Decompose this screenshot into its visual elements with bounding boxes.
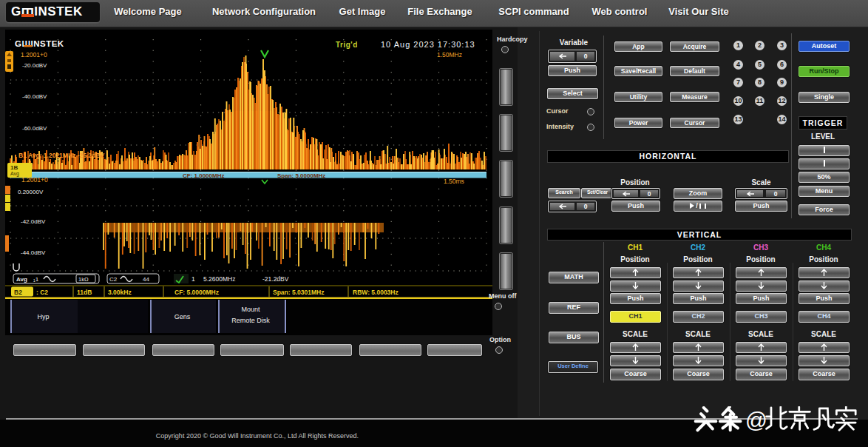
svg-text:11dB: 11dB (77, 289, 92, 296)
svg-text:Trig'd: Trig'd (336, 41, 358, 49)
svg-text:B1 Avg: 1.2021MHz -25.2dBV: B1 Avg: 1.2021MHz -25.2dBV (18, 152, 104, 159)
svg-text:Avg: Avg (10, 171, 19, 177)
svg-text:-40.0dBV: -40.0dBV (22, 93, 47, 100)
svg-text:CF: 1.0000MHz: CF: 1.0000MHz (183, 172, 224, 179)
svg-text:Avg: Avg (16, 276, 27, 283)
svg-text:C2: C2 (109, 276, 118, 283)
svg-text:-44.0dBV: -44.0dBV (21, 249, 46, 256)
svg-text:₁1: ₁1 (33, 276, 39, 283)
svg-text:1: 1 (191, 275, 195, 283)
svg-text:@: @ (745, 408, 767, 432)
svg-text:1.50ms: 1.50ms (444, 178, 464, 185)
svg-text:: C2: : C2 (36, 289, 48, 296)
svg-text:0.20000V: 0.20000V (18, 189, 44, 195)
svg-text:3.00kHz: 3.00kHz (108, 289, 132, 296)
svg-text:1kΩ: 1kΩ (78, 276, 89, 283)
svg-text:44: 44 (143, 276, 149, 283)
svg-text:1.2001+0: 1.2001+0 (21, 51, 47, 58)
svg-text:CF: 5.0000MHz: CF: 5.0000MHz (174, 289, 219, 296)
svg-text:-20.0dBV: -20.0dBV (22, 62, 47, 69)
svg-text:10 Aug 2023 17:30:13: 10 Aug 2023 17:30:13 (381, 40, 475, 49)
svg-text:-60.0dBV: -60.0dBV (22, 125, 47, 132)
svg-text:1B: 1B (10, 164, 18, 171)
svg-text:1.50MHz: 1.50MHz (437, 51, 462, 58)
svg-text:Span: 5.0000MHz: Span: 5.0000MHz (277, 172, 325, 179)
svg-text:Span: 5.0301MHz: Span: 5.0301MHz (273, 289, 324, 296)
svg-text:-42.0dBV: -42.0dBV (21, 218, 46, 225)
svg-text:GШINSTEK: GШINSTEK (15, 39, 64, 48)
svg-text:RBW: 5.0003Hz: RBW: 5.0003Hz (353, 289, 399, 296)
svg-text:5.2600MHz: 5.2600MHz (203, 275, 235, 283)
svg-text:B2: B2 (14, 289, 22, 296)
svg-text:-21.2dBV: -21.2dBV (262, 275, 289, 283)
